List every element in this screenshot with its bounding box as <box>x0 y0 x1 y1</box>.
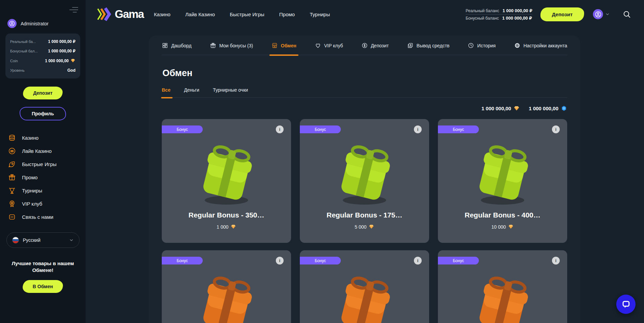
search-icon[interactable] <box>623 10 631 19</box>
sidebar-item-label: Лайв Казино <box>22 148 52 154</box>
sidebar-item-casino[interactable]: Казино <box>8 131 80 144</box>
menu-toggle-icon[interactable] <box>69 5 78 13</box>
bonus-title: Regular Bonus - 175… <box>327 211 402 219</box>
gem-orange-icon <box>230 224 236 230</box>
sidebar-user[interactable]: Administrator <box>7 19 80 28</box>
coin-balance-row: Coin 1 000 000,00 <box>10 56 75 66</box>
tab-dashboard[interactable]: Дашборд <box>162 42 192 49</box>
language-selector[interactable]: Русский <box>6 232 80 248</box>
sidebar-item-label: VIP клуб <box>22 201 42 207</box>
rocket-icon <box>8 160 16 168</box>
info-icon[interactable]: i <box>552 257 560 264</box>
chevron-down-icon <box>69 238 74 243</box>
tab-withdraw[interactable]: Вывод средств <box>407 42 450 49</box>
gift-image-orange <box>193 268 260 323</box>
info-icon[interactable]: i <box>276 125 284 133</box>
bonus-card[interactable]: Бонус i <box>300 250 429 323</box>
tab-account-settings[interactable]: Настройки аккаунта <box>514 42 567 49</box>
chat-icon <box>8 213 16 221</box>
bonus-badge: Бонус <box>300 257 341 264</box>
bonus-balance-label: Бонусный баланс <box>466 16 499 21</box>
gem-orange-icon <box>70 58 75 63</box>
tab-deposit[interactable]: Депозит <box>361 42 389 49</box>
balance-card: Реальный ба... 1 000 000,00 ₽ Бонусный б… <box>5 33 80 78</box>
logo-chevrons-icon <box>97 7 113 21</box>
gift-image-green <box>331 137 398 210</box>
info-icon[interactable]: i <box>414 125 422 133</box>
to-exchange-button[interactable]: В Обмен <box>23 280 63 293</box>
coin-balance-value: 1 000 000,00 <box>45 58 75 63</box>
exchange-balances: 1 000 000,00 1 000 000,00 <box>162 105 567 112</box>
level-row: Уровень God <box>10 66 75 75</box>
info-icon[interactable]: i <box>414 257 422 264</box>
sidebar-nav: Казино Лайв Казино Быстрые Игры Промо Ту… <box>8 131 80 224</box>
info-icon[interactable]: i <box>276 257 284 264</box>
shop-icon <box>271 42 278 49</box>
filter-tournament-points[interactable]: Турнирные очки <box>213 87 248 93</box>
top-header: Gama Казино Лайв Казино Быстрые Игры Про… <box>86 0 644 28</box>
bonus-badge: Бонус <box>438 257 479 264</box>
header-nav-fast-games[interactable]: Быстрые Игры <box>230 11 264 17</box>
bonus-card[interactable]: Бонус i <box>162 250 291 323</box>
account-tabs: Дашборд Мои бонусы (3) Обмен VIP клуб Де… <box>162 42 567 55</box>
bonus-price: 5 000 <box>355 224 374 230</box>
header-nav-tournaments[interactable]: Турниры <box>310 11 330 17</box>
info-icon[interactable]: i <box>552 125 560 133</box>
chevron-down-icon <box>605 12 610 17</box>
account-menu[interactable] <box>593 9 610 19</box>
logo[interactable]: Gama <box>97 7 144 21</box>
level-label: Уровень <box>10 68 24 72</box>
coins-icon <box>8 134 16 142</box>
sidebar: Administrator Реальный ба... 1 000 000,0… <box>0 0 86 323</box>
sidebar-item-live-casino[interactable]: Лайв Казино <box>8 144 80 158</box>
sidebar-item-label: Турниры <box>22 188 42 193</box>
tab-vip-club[interactable]: VIP клуб <box>315 42 343 49</box>
filter-money[interactable]: Деньги <box>184 87 199 93</box>
bonus-card[interactable]: Бонус i Regular Bonus - 350… 1 000 <box>162 119 291 243</box>
sidebar-item-contact[interactable]: Связь с нами <box>8 210 80 224</box>
bonus-badge: Бонус <box>438 125 479 133</box>
gem-orange-icon <box>369 224 374 230</box>
header-nav-promo[interactable]: Промо <box>279 11 295 17</box>
gem-orange-icon <box>513 105 520 112</box>
bonus-badge: Бонус <box>300 125 341 133</box>
header-deposit-button[interactable]: Депозит <box>540 7 584 21</box>
tab-exchange[interactable]: Обмен <box>271 42 296 49</box>
tab-history[interactable]: История <box>468 42 495 49</box>
settings-icon <box>514 42 520 49</box>
gift-image-orange <box>331 268 398 323</box>
logo-text: Gama <box>115 8 144 21</box>
sidebar-item-label: Казино <box>22 135 39 141</box>
sidebar-item-label: Промо <box>22 175 38 180</box>
bonus-card[interactable]: Бонус i <box>438 250 567 323</box>
coin-balance-label: Coin <box>10 59 18 63</box>
bonus-badge: Бонус <box>162 125 203 133</box>
tab-my-bonuses[interactable]: Мои бонусы (3) <box>210 42 253 49</box>
header-nav-live-casino[interactable]: Лайв Казино <box>185 11 215 17</box>
bonus-balance-label: Бонусный бал... <box>10 49 38 53</box>
sidebar-item-fast-games[interactable]: Быстрые Игры <box>8 158 80 171</box>
user-avatar-icon <box>7 19 17 28</box>
page-title: Обмен <box>162 68 567 78</box>
gem-orange-icon <box>508 224 514 230</box>
heart-icon <box>315 42 321 49</box>
bonus-card[interactable]: Бонус i Regular Bonus - 400… 10 000 <box>438 119 567 243</box>
sidebar-item-tournaments[interactable]: Турниры <box>8 184 80 197</box>
sidebar-item-label: Связь с нами <box>22 214 53 220</box>
header-nav-casino[interactable]: Казино <box>154 11 171 17</box>
sidebar-deposit-button[interactable]: Депозит <box>23 87 63 99</box>
filter-all[interactable]: Все <box>162 87 171 93</box>
sidebar-profile-button[interactable]: Профиль <box>20 107 66 120</box>
chat-bubble-icon <box>621 300 631 309</box>
bonus-title: Regular Bonus - 350… <box>188 211 264 219</box>
sidebar-item-vip[interactable]: VIP клуб <box>8 197 80 210</box>
user-name: Administrator <box>21 21 48 26</box>
sidebar-item-promo[interactable]: Промо <box>8 171 80 184</box>
vip-badge-icon <box>8 200 16 208</box>
live-chat-button[interactable] <box>616 295 636 314</box>
history-icon <box>468 42 474 49</box>
user-avatar-icon <box>593 9 603 19</box>
bonus-card[interactable]: Бонус i Regular Bonus - 175… 5 000 <box>300 119 429 243</box>
bonus-card-grid: Бонус i Regular Bonus - 350… 1 000 Бонус… <box>162 119 567 323</box>
gem-blue-icon <box>561 105 567 112</box>
